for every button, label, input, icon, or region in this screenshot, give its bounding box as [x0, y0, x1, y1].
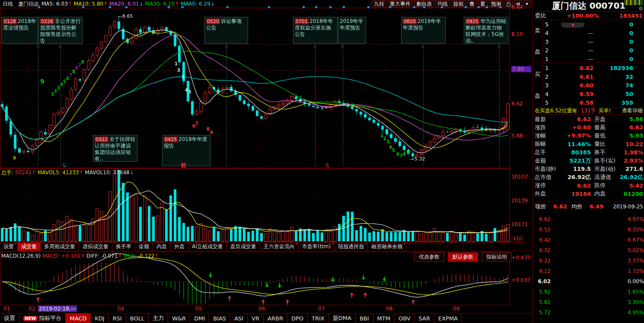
tab-成交量[interactable]: 成交量 [17, 243, 41, 251]
indicator-tab-BIAS[interactable]: BIAS [209, 313, 230, 323]
stat-value: 19184 [560, 191, 591, 197]
tab-label: VR [252, 315, 259, 322]
indicator-tab-KDJ[interactable]: KDJ [91, 313, 108, 323]
toolbar-button-叠[interactable]: 叠 [467, 0, 477, 7]
buy-level-row[interactable]: 56.58359 [542, 98, 644, 107]
sell-level-row[interactable]: 1—0 [542, 54, 644, 63]
news-annotation[interactable]: 07012018年年度权益分派实施公告 [293, 17, 338, 44]
toolbar-button-重大事件[interactable]: 重大事件 [388, 0, 413, 7]
indicator-tab-MTM[interactable]: MTM [373, 313, 395, 323]
tab-label: 盘后成交量 [230, 243, 256, 250]
level-volume: 0 [593, 30, 644, 36]
indicator-tab-RSI[interactable]: RSI [109, 313, 126, 323]
annotation-diamond-icon: ◇ [497, 44, 501, 48]
indicator-tab-TRIX[interactable]: TRIX [308, 313, 329, 323]
stat-label: 开盘 [591, 115, 618, 123]
tab-多周期成交量[interactable]: 多周期成交量 [40, 243, 79, 251]
x-axis-tick: 02 [29, 306, 35, 312]
tab-label: OBV [399, 315, 411, 322]
news-annotation[interactable]: 04252018年年度报告 [162, 135, 210, 166]
tab-内盘[interactable]: 内盘 [153, 243, 171, 251]
mini-axis-percent-label: 0.00% [628, 278, 644, 285]
red-dot-badge [365, 243, 367, 244]
indicator-tab-设置[interactable]: 设置 [0, 313, 19, 323]
nine-turn-digit: 6 [75, 66, 78, 70]
stat-value: 5.42 [618, 182, 644, 189]
tab-融资融券余额[interactable]: 融资融券余额 [367, 243, 406, 251]
tab-虚拟成交量[interactable]: 虚拟成交量 [79, 243, 112, 251]
tab-label: RSI [113, 315, 122, 322]
chevron-down-icon[interactable]: ∨ [561, 22, 584, 28]
indicator-tab-OBV[interactable]: OBV [395, 313, 415, 323]
sell-level-row[interactable]: 3—0 [542, 37, 644, 46]
nine-turn-digit: 5 [392, 148, 395, 153]
indicator-tab-VR[interactable]: VR [248, 313, 264, 323]
indicator-tab-ARBR[interactable]: ARBR [264, 313, 287, 323]
tab-AI立桩成交量[interactable]: AI立桩成交量 [188, 243, 227, 251]
nine-turn-digit: 4 [60, 82, 63, 87]
indicator-tab-SAR[interactable]: SAR [415, 313, 434, 323]
macd-button-指标说明[interactable]: 指标说明 [481, 253, 512, 262]
news-date-code: 0226 [40, 19, 54, 24]
stat-value: 5.93 [618, 132, 644, 139]
tab-陆股通持股[interactable]: 陆股通持股 [334, 243, 368, 251]
mini-axis-percent-label: 3.37% [628, 258, 644, 264]
news-annotation[interactable]: 0520诉讼事项公告 [204, 17, 248, 44]
sell-level-row[interactable]: 5∨0 [542, 20, 644, 29]
annotation-dropline [38, 47, 38, 166]
level-number: 1 [542, 56, 552, 62]
level-price: 6.60 [552, 82, 593, 89]
tab-主力资金流向[interactable]: 主力资金流向 [260, 243, 299, 251]
buy-level-row[interactable]: 36.6074 [542, 81, 644, 90]
news-annotation[interactable]: 08202019年半年度报告 [401, 17, 446, 44]
stock-app-window: 日线 厦门信达 MA5: 6.03↑MA10: 5.80↑MA20: 6.01↓… [0, 0, 644, 323]
macd-button-优选参数[interactable]: 优选参数 [414, 253, 444, 262]
gear-icon[interactable]: ⚙ [638, 6, 643, 12]
tab-外盘[interactable]: 外盘 [170, 243, 188, 251]
view-detail-link[interactable]: 查看详细 [622, 107, 644, 115]
macd-button-默认参数[interactable]: 默认参数 [448, 253, 478, 262]
tab-市盈率(ttm)[interactable]: 市盈率(ttm) [298, 243, 335, 251]
indicator-tab-MACD[interactable]: MACD [66, 313, 91, 323]
indicator-tab-DPO[interactable]: DPO [287, 313, 308, 323]
level-volume: 0 [593, 47, 644, 54]
tab-换手率[interactable]: 换手率 [112, 243, 135, 251]
toolbar-button-除权[interactable]: 除权 [451, 0, 466, 7]
news-annotation[interactable]: 0322关于挂牌转让所持南平建设集团信达供应链有.. [93, 135, 137, 162]
indicator-tab-主力[interactable]: 主力 [149, 313, 168, 323]
news-annotation[interactable]: 0226非公开发行股票限售股份解除限售提示性公告 [38, 17, 83, 44]
indicator-tab-BOLL[interactable]: BOLL [126, 313, 149, 323]
volume-pane-header: 总手: 50241↑ MAVOL5: 41233↑ MAVOL10: 37648… [1, 169, 134, 176]
news-annotation[interactable]: 0925华为运用鲲鹏处理器发力物联网技术；5G推动.. [464, 17, 508, 44]
indicator-tab-DMI[interactable]: DMI [190, 313, 209, 323]
sell-level-row[interactable]: 2—0 [542, 46, 644, 54]
level-volume: 182936 [593, 65, 644, 71]
indicator-tab-ASI[interactable]: ASI [230, 313, 248, 323]
stat-value: 6.62 [560, 182, 591, 189]
news-annotation[interactable]: 2019年半年度预告 [338, 17, 366, 44]
buy-level-row[interactable]: 46.5950 [542, 90, 644, 98]
news-annotation[interactable]: 01282018年度业绩预告 [1, 17, 38, 44]
indicator-tab-EXPMA[interactable]: EXPMA [434, 313, 462, 323]
indicator-tab-指标平台[interactable]: NEW指标平台 [19, 313, 66, 323]
toolbar-button-九转[interactable]: 九转 [372, 0, 386, 7]
indicator-tab-BBI[interactable]: BBI [356, 313, 373, 323]
level-number: 4 [542, 91, 552, 97]
stat-label: 总手 [533, 148, 560, 156]
tab-设置[interactable]: 设置 [0, 243, 18, 251]
tab-盘后成交量[interactable]: 盘后成交量 [226, 243, 260, 251]
buy-level-row[interactable]: 26.6132 [542, 72, 644, 81]
tab-金额[interactable]: 金额 [135, 243, 153, 251]
indicator-tab-W&R[interactable]: W&R [168, 313, 190, 323]
level-number: 2 [542, 74, 552, 80]
level-price: — [552, 56, 593, 62]
red-dot-badge [404, 243, 405, 244]
stat-label: 市盈(静) [533, 165, 560, 173]
sell-level-row[interactable]: 4—0 [542, 29, 644, 37]
period-label[interactable]: 日线 [0, 0, 16, 8]
volume-chart[interactable] [0, 168, 510, 242]
indicator-tab-新DMA[interactable]: 新DMA [329, 313, 356, 323]
red-dot-badge [296, 243, 297, 244]
buy-level-row[interactable]: 16.62182936 [542, 64, 644, 72]
stat-value: 6.62 [560, 116, 591, 122]
